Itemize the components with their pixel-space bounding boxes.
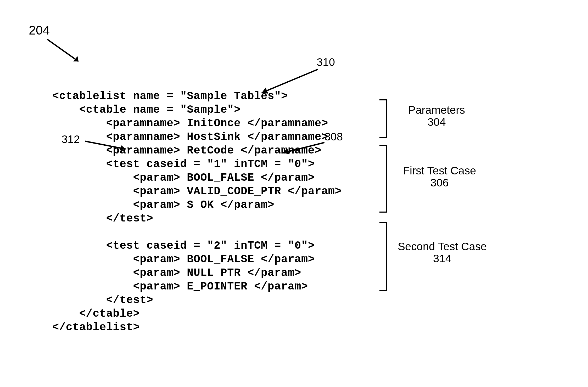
code-line: <param> S_OK </param> xyxy=(52,199,274,211)
code-line: <test caseid = "1" inTCM = "0"> xyxy=(52,158,315,170)
code-line: <param> E_POINTER </param> xyxy=(52,280,308,293)
bracket-parameters xyxy=(379,99,387,138)
bracket-second-test-case xyxy=(379,222,387,291)
label-tc1-text: First Test Case xyxy=(403,164,476,177)
code-line: </ctablelist> xyxy=(52,321,140,334)
code-line: <param> BOOL_FALSE </param> xyxy=(52,253,315,266)
code-line: </test> xyxy=(52,212,153,225)
svg-line-0 xyxy=(47,39,79,61)
label-parameters-num: 304 xyxy=(428,116,446,128)
code-line: <ctablelist name = "Sample Tables"> xyxy=(52,90,288,103)
label-first-test-case: First Test Case 306 xyxy=(403,165,476,189)
code-block: <ctablelist name = "Sample Tables"> <cta… xyxy=(52,76,341,334)
label-tc1-num: 306 xyxy=(430,177,449,189)
code-line: <ctable name = "Sample"> xyxy=(52,104,241,116)
code-line: <paramname> HostSink </paramname> xyxy=(52,131,328,143)
bracket-gap xyxy=(378,213,389,217)
arrow-204 xyxy=(44,37,86,68)
code-line: <test caseid = "2" inTCM = "0"> xyxy=(52,240,315,252)
bracket-gap xyxy=(378,138,389,143)
label-parameters: Parameters 304 xyxy=(408,104,465,128)
code-line: <paramname> RetCode </paramname> xyxy=(52,144,321,157)
bracket-first-test-case xyxy=(379,145,387,213)
code-line: <param> BOOL_FALSE </param> xyxy=(52,172,315,184)
label-tc2-num: 314 xyxy=(433,252,451,265)
ref-310: 310 xyxy=(317,56,335,68)
ref-204: 204 xyxy=(29,24,50,37)
code-line: <param> VALID_CODE_PTR </param> xyxy=(52,185,341,198)
label-second-test-case: Second Test Case 314 xyxy=(398,241,487,265)
code-line: </test> xyxy=(52,294,153,306)
code-line: <paramname> InitOnce </paramname> xyxy=(52,117,328,130)
label-tc2-text: Second Test Case xyxy=(398,240,487,253)
label-parameters-text: Parameters xyxy=(408,104,465,116)
code-line: </ctable> xyxy=(52,308,140,320)
code-line: <param> NULL_PTR </param> xyxy=(52,267,301,279)
